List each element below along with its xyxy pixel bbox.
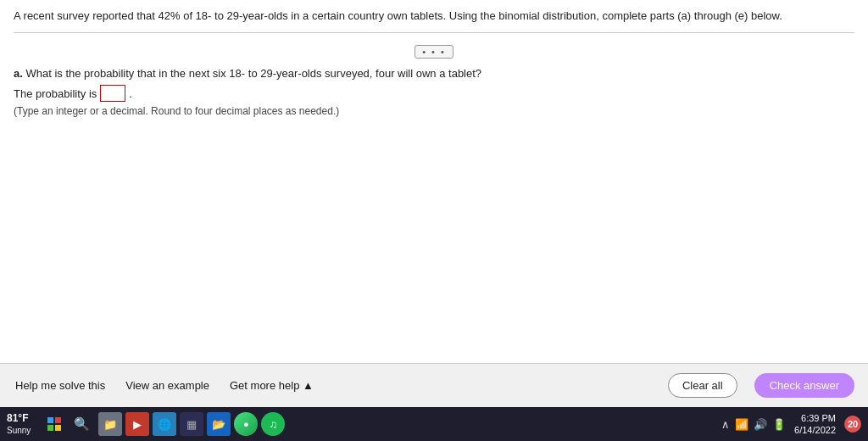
taskbar-spotify-icon[interactable]: ♫: [261, 412, 285, 436]
weather-widget: 81°F Sunny: [7, 412, 31, 437]
taskbar-clock[interactable]: 6:39 PM 6/14/2022: [794, 412, 836, 437]
period: .: [129, 87, 132, 100]
taskbar-explorer-icon[interactable]: 📁: [98, 412, 122, 436]
volume-icon: 🔊: [754, 418, 767, 431]
search-button[interactable]: 🔍: [70, 412, 93, 436]
battery-icon: 🔋: [772, 418, 786, 431]
tray-arrow[interactable]: ∧: [721, 418, 730, 431]
notification-badge[interactable]: 20: [844, 416, 861, 433]
taskbar-edge-icon[interactable]: 🌐: [153, 412, 176, 436]
probability-prefix: The probability is: [14, 87, 97, 100]
taskbar-files-icon[interactable]: 📂: [207, 412, 231, 436]
clock-date: 6/14/2022: [794, 424, 836, 436]
probability-line: The probability is .: [14, 85, 854, 102]
main-content: A recent survey reported that 42% of 18-…: [0, 0, 868, 363]
answer-input[interactable]: [100, 85, 125, 102]
system-tray: ∧ 📶 🔊 🔋: [721, 418, 786, 431]
part-a-label: a. What is the probability that in the n…: [14, 67, 854, 80]
temperature: 81°F: [7, 412, 31, 426]
taskbar-app2-icon[interactable]: ▦: [180, 412, 203, 436]
start-area: 🔍: [42, 412, 93, 436]
taskbar: 81°F Sunny 🔍 📁 ▶ 🌐 ▦ 📂 ● ♫: [0, 407, 868, 441]
question-intro: A recent survey reported that 42% of 18-…: [14, 8, 854, 24]
clear-all-button[interactable]: Clear all: [668, 373, 737, 398]
windows-start-button[interactable]: [42, 412, 66, 436]
taskbar-app-icons: 📁 ▶ 🌐 ▦ 📂 ● ♫: [98, 412, 285, 436]
taskbar-right: ∧ 📶 🔊 🔋 6:39 PM 6/14/2022 20: [721, 412, 861, 437]
help-me-solve-button[interactable]: Help me solve this: [14, 376, 107, 395]
bottom-toolbar: Help me solve this View an example Get m…: [0, 363, 868, 407]
instruction-text: (Type an integer or a decimal. Round to …: [14, 105, 854, 117]
taskbar-app1-icon[interactable]: ▶: [125, 412, 149, 436]
taskbar-app3-icon[interactable]: ●: [234, 412, 258, 436]
part-a-question-text: What is the probability that in the next…: [25, 67, 481, 80]
clock-time: 6:39 PM: [801, 412, 836, 424]
get-more-help-button[interactable]: Get more help ▲: [228, 376, 315, 395]
more-dots-button[interactable]: • • •: [415, 45, 453, 59]
part-label-text: a.: [14, 67, 23, 80]
weather-condition: Sunny: [7, 425, 31, 436]
divider: [14, 32, 854, 33]
view-example-button[interactable]: View an example: [124, 376, 211, 395]
network-icon: 📶: [735, 418, 748, 431]
check-answer-button[interactable]: Check answer: [754, 373, 854, 398]
more-options-area: • • •: [14, 45, 854, 59]
